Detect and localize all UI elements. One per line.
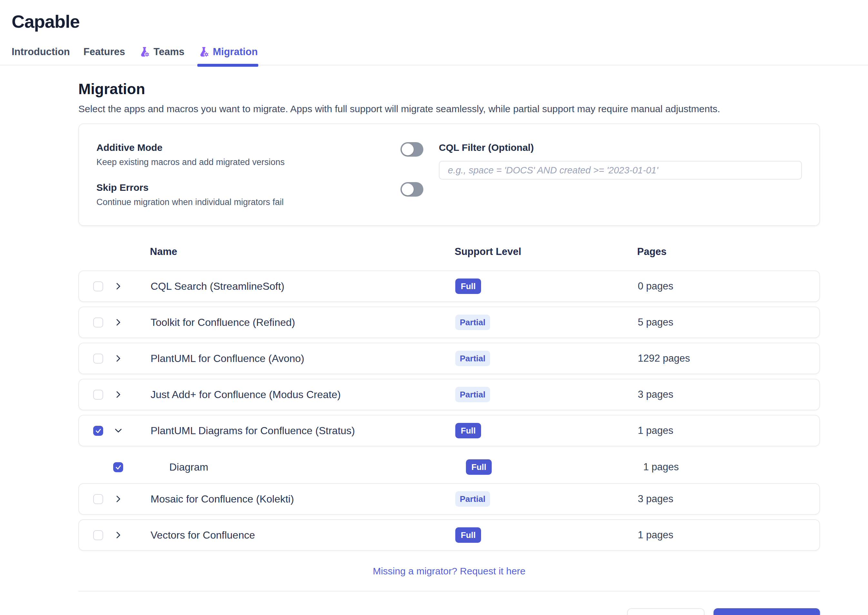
page-title: Migration — [78, 80, 820, 98]
footer-divider — [78, 591, 820, 592]
tab-migration[interactable]: Migration — [198, 46, 258, 65]
toggle-knob — [402, 183, 414, 195]
skip-errors-toggle[interactable] — [400, 182, 423, 197]
cql-filter-input[interactable] — [439, 161, 802, 180]
additive-mode-setting: Additive Mode Keep existing macros and a… — [97, 142, 423, 167]
column-header-support: Support Level — [454, 246, 637, 258]
tab-introduction[interactable]: Introduction — [12, 46, 70, 65]
flask-gear-icon — [139, 46, 150, 58]
pages-count: 1292 pages — [638, 353, 819, 364]
support-level-badge: Full — [455, 278, 481, 294]
migrator-list: CQL Search (StreamlineSoft) Full 0 pages… — [78, 270, 820, 551]
tab-bar: Introduction Features Teams Migration — [0, 46, 868, 66]
table-row: Mosaic for Confluence (Kolekti) Partial … — [78, 483, 820, 515]
skip-errors-setting: Skip Errors Continue migration when indi… — [97, 182, 423, 207]
chevron-down-icon[interactable] — [114, 426, 123, 435]
row-checkbox[interactable] — [93, 390, 103, 400]
table-row: Vectors for Confluence Full 1 pages — [78, 519, 820, 551]
support-level-badge: Partial — [455, 315, 490, 330]
support-level-badge: Partial — [455, 387, 490, 402]
cql-filter-label: CQL Filter (Optional) — [439, 142, 802, 153]
column-header-pages: Pages — [637, 246, 820, 258]
migrator-name: Vectors for Confluence — [151, 529, 455, 541]
footer-bar: 1 items selected for migration Validate … — [78, 608, 820, 615]
migrator-name: PlantUML for Confluence (Avono) — [151, 353, 455, 365]
support-level-badge: Full — [466, 459, 492, 475]
tab-teams[interactable]: Teams — [139, 46, 184, 65]
additive-mode-toggle[interactable] — [400, 142, 423, 157]
macro-checkbox[interactable] — [113, 462, 123, 472]
request-migrator-link[interactable]: Missing a migrator? Request it here — [373, 566, 526, 576]
macro-sub-row: Diagram Full 1 pages — [78, 451, 820, 483]
column-header-name: Name — [150, 246, 454, 258]
migrator-name: CQL Search (StreamlineSoft) — [151, 281, 455, 292]
pages-count: 1 pages — [638, 425, 819, 436]
tab-introduction-label: Introduction — [12, 46, 70, 58]
tab-features-label: Features — [84, 46, 125, 58]
table-row: PlantUML Diagrams for Confluence (Stratu… — [78, 415, 820, 446]
support-level-badge: Full — [455, 423, 481, 439]
chevron-right-icon[interactable] — [114, 354, 123, 363]
page-description: Select the apps and macros you want to m… — [78, 103, 820, 114]
support-level-badge: Full — [455, 527, 481, 543]
chevron-right-icon[interactable] — [114, 390, 123, 399]
pages-count: 5 pages — [638, 317, 819, 328]
table-row: Just Add+ for Confluence (Modus Create) … — [78, 379, 820, 411]
pages-count: 3 pages — [638, 389, 819, 400]
settings-card: Additive Mode Keep existing macros and a… — [78, 123, 820, 226]
table-row: PlantUML for Confluence (Avono) Partial … — [78, 343, 820, 374]
chevron-right-icon[interactable] — [114, 531, 123, 540]
row-checkbox[interactable] — [93, 530, 103, 540]
support-level-badge: Partial — [455, 351, 490, 366]
chevron-right-icon[interactable] — [114, 318, 123, 327]
skip-errors-label: Skip Errors — [97, 182, 284, 193]
chevron-right-icon[interactable] — [114, 495, 123, 504]
app-title: Capable — [12, 11, 868, 32]
migration-page: Migration Select the apps and macros you… — [78, 80, 820, 615]
migrator-name: Just Add+ for Confluence (Modus Create) — [151, 389, 455, 401]
validate-button[interactable]: Validate — [627, 608, 704, 615]
row-checkbox[interactable] — [93, 426, 103, 436]
pages-count: 0 pages — [638, 281, 819, 292]
pages-count: 1 pages — [643, 461, 820, 473]
cql-filter-column: CQL Filter (Optional) — [439, 142, 802, 207]
migrator-name: Mosaic for Confluence (Kolekti) — [151, 493, 455, 505]
toggle-settings-column: Additive Mode Keep existing macros and a… — [97, 142, 423, 207]
additive-mode-description: Keep existing macros and add migrated ve… — [97, 157, 285, 167]
tab-teams-label: Teams — [153, 46, 184, 58]
row-checkbox[interactable] — [93, 317, 103, 328]
pages-count: 3 pages — [638, 493, 819, 505]
chevron-right-icon[interactable] — [114, 282, 123, 291]
toggle-knob — [402, 144, 414, 155]
skip-errors-description: Continue migration when individual migra… — [97, 197, 284, 207]
row-checkbox[interactable] — [93, 281, 103, 291]
start-migration-button[interactable]: Start Migration — [713, 608, 820, 615]
tab-migration-label: Migration — [213, 46, 258, 58]
macro-name: Diagram — [169, 461, 466, 473]
table-row: Toolkit for Confluence (Refined) Partial… — [78, 306, 820, 338]
pages-count: 1 pages — [638, 529, 819, 541]
additive-mode-label: Additive Mode — [97, 142, 285, 153]
app-header: Capable — [0, 0, 868, 32]
support-level-badge: Partial — [455, 491, 490, 507]
table-row: CQL Search (StreamlineSoft) Full 0 pages — [78, 270, 820, 302]
tab-features[interactable]: Features — [84, 46, 125, 65]
migrator-name: Toolkit for Confluence (Refined) — [151, 317, 455, 328]
migrator-name: PlantUML Diagrams for Confluence (Stratu… — [151, 425, 455, 437]
flask-gear-icon — [198, 46, 209, 58]
row-checkbox[interactable] — [93, 354, 103, 364]
row-checkbox[interactable] — [93, 494, 103, 504]
table-header: Name Support Level Pages — [78, 246, 820, 258]
